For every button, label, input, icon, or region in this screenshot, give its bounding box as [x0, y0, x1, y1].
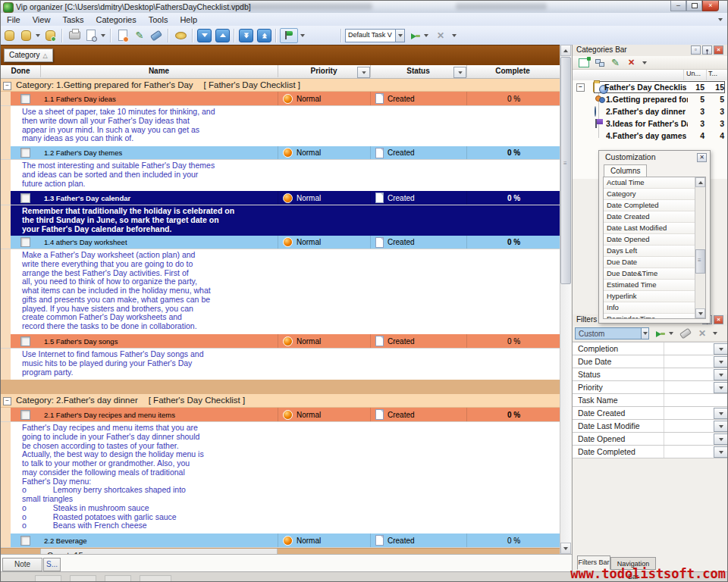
remove-filter-button[interactable]: ✕ [695, 326, 710, 341]
filter-row[interactable]: Priority [573, 381, 728, 394]
edit-task-button[interactable]: ✎ [132, 28, 147, 43]
status-cell[interactable]: Created [370, 236, 471, 249]
clear-filter-button[interactable] [678, 326, 693, 341]
move-top-button[interactable] [257, 29, 271, 42]
flag-view-button[interactable] [280, 28, 298, 43]
tree-column-headers[interactable]: Un... T... [573, 70, 728, 81]
column-item[interactable]: Hyperlink [604, 291, 695, 302]
status-cell[interactable]: Created [370, 92, 471, 105]
complete-cell[interactable]: 0 % [466, 191, 560, 205]
filter-row[interactable]: Date Last Modifie [573, 420, 728, 433]
done-checkbox[interactable] [20, 410, 30, 420]
tree-item-category[interactable]: 2.Father's day dinner 3 3 [573, 106, 728, 117]
close-panel-button[interactable]: × [714, 45, 723, 55]
apply-view-button[interactable] [408, 28, 423, 43]
task-row[interactable]: 2.1 Father's Day recipes and menu items … [1, 408, 560, 422]
customization-popup[interactable]: Customization ✕ Columns Actual Time Cate… [598, 150, 711, 324]
filter-value-dropdown[interactable] [714, 421, 728, 432]
column-item[interactable]: Reminder Time [604, 314, 695, 319]
priority-cell[interactable]: Normal [278, 146, 375, 159]
scrollbar-thumb[interactable]: ≡ [560, 57, 571, 284]
status-cell[interactable]: Created [370, 334, 471, 348]
filter-value-dropdown[interactable] [714, 369, 728, 380]
open-database-button[interactable] [18, 28, 33, 43]
done-cell[interactable] [11, 408, 40, 421]
status-cell[interactable]: Created [370, 534, 471, 547]
done-checkbox[interactable] [20, 536, 30, 546]
column-header-total[interactable]: T... [708, 70, 717, 77]
grid-vertical-scrollbar[interactable]: ≡ [560, 45, 571, 554]
menu-tools[interactable]: Tools [143, 15, 174, 24]
maximize-button[interactable] [686, 1, 702, 11]
collapse-tree-icon[interactable]: − [576, 83, 585, 92]
task-row[interactable]: 1.5 Father's Day songs Normal Created 0 … [1, 334, 560, 349]
print-preview-button[interactable] [83, 28, 99, 43]
column-item[interactable]: Days Left [604, 246, 695, 257]
done-checkbox[interactable] [20, 193, 30, 203]
column-item[interactable]: Estimated Time [604, 280, 695, 291]
tree-item-root[interactable]: − Father's Day Checklist 15 15 [573, 82, 728, 93]
title-bar[interactable]: Vip organizer [C:\Users\dmitry\Desktop\F… [1, 1, 727, 14]
column-item[interactable]: Date Completed [604, 200, 695, 211]
close-panel-button[interactable]: × [714, 315, 723, 324]
collapse-group-icon[interactable]: − [3, 82, 11, 90]
filter-preset-combo[interactable]: Custom [575, 327, 642, 340]
complete-cell[interactable]: 0 % [466, 334, 560, 348]
task-notes[interactable]: Father's Day recipes and menu items that… [1, 422, 560, 534]
filters-toolbar-overflow-icon[interactable] [713, 332, 717, 335]
task-name-cell[interactable]: 1.1 Father's Day ideas [44, 92, 271, 105]
task-name-cell[interactable]: 2.2 Beverage [44, 534, 271, 547]
priority-cell[interactable]: Normal [278, 334, 375, 348]
filter-value-dropdown[interactable] [714, 433, 728, 445]
filter-row[interactable]: Due Date [573, 355, 728, 368]
priority-cell[interactable]: Normal [278, 92, 375, 105]
menu-view[interactable]: View [27, 15, 57, 24]
priority-cell[interactable]: Normal [278, 236, 375, 249]
add-task-button[interactable] [115, 28, 130, 43]
filter-value-dropdown[interactable] [714, 343, 728, 355]
scroll-up-button[interactable] [695, 177, 705, 187]
scroll-down-button[interactable] [560, 543, 571, 554]
open-dropdown-icon[interactable] [36, 34, 40, 37]
clear-view-button[interactable]: ✕ [433, 28, 448, 43]
column-item[interactable]: Info [604, 302, 695, 314]
save-database-button[interactable] [42, 28, 58, 43]
scroll-down-button[interactable] [695, 308, 705, 318]
filter-row[interactable]: Status [573, 368, 728, 381]
done-checkbox[interactable] [20, 94, 30, 104]
priority-cell[interactable]: Normal [278, 534, 375, 547]
column-header-done[interactable]: Done [1, 65, 41, 77]
tree-item-category[interactable]: 4.Father's day games 4 4 [573, 130, 728, 142]
category-group-row[interactable]: −Category: 2.Father's day dinner[ Father… [1, 394, 560, 408]
done-cell[interactable] [11, 92, 40, 105]
delete-task-button[interactable] [149, 28, 164, 43]
task-name-cell[interactable]: 1.5 Father's Day songs [44, 334, 271, 348]
task-row[interactable]: 2.2 Beverage Normal Created 0 % [1, 534, 560, 548]
categories-toolbar-overflow-icon[interactable] [642, 61, 647, 64]
filter-value-dropdown[interactable] [714, 356, 728, 368]
column-item[interactable]: Date Last Modified [604, 223, 695, 234]
task-name-cell[interactable]: 1.3 Father's Day calendar [44, 191, 271, 205]
apply-filter-button[interactable] [653, 326, 668, 341]
done-checkbox[interactable] [20, 148, 30, 158]
done-checkbox[interactable] [20, 336, 30, 346]
restore-panel-button[interactable]: ▫ [691, 45, 701, 55]
filter-value-dropdown[interactable] [714, 382, 728, 393]
group-by-bar[interactable]: Category△ [1, 45, 560, 65]
done-cell[interactable] [11, 191, 40, 205]
add-category-button[interactable] [576, 57, 591, 69]
task-view-combo[interactable]: Default Task V [345, 29, 396, 42]
complete-cell[interactable]: 0 % [466, 92, 560, 105]
tree-item-category[interactable]: 1.Getting prepared for Fat 5 5 [573, 94, 728, 105]
filter-row[interactable]: Completion [573, 343, 728, 355]
task-row[interactable]: 1.2 Father's Day themes Normal Created 0… [1, 146, 560, 160]
menubar-overflow-icon[interactable] [718, 18, 723, 21]
pin-panel-button[interactable] [702, 45, 712, 55]
column-header-complete[interactable]: Complete [466, 65, 559, 77]
tree-item-category[interactable]: 3.Ideas for Father's Day g 3 3 [573, 118, 728, 130]
category-group-row[interactable]: −Category: 1.Getting prepared for Father… [1, 79, 560, 92]
minimize-button[interactable]: – [670, 1, 686, 11]
column-item[interactable]: Due Date&Time [604, 268, 695, 280]
tab-subtasks[interactable]: S... [43, 558, 61, 571]
menu-file[interactable]: File [1, 15, 27, 24]
